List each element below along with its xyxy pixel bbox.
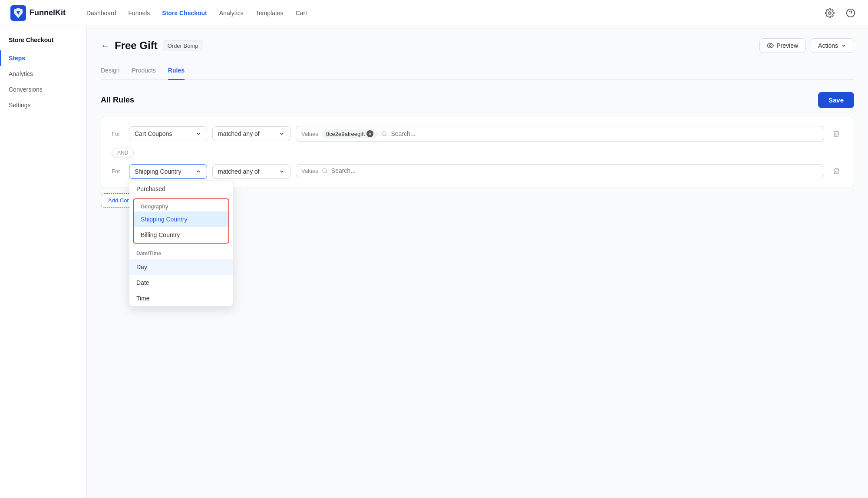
operator-select-2[interactable]: matched any of (212, 164, 290, 179)
settings-icon-button[interactable] (823, 6, 837, 20)
page-header-left: ← Free Gift Order Bump (101, 40, 203, 52)
trash-icon-2 (832, 167, 840, 175)
svg-point-1 (828, 12, 831, 14)
help-icon-button[interactable] (844, 6, 858, 20)
svg-point-4 (769, 45, 771, 46)
tab-rules[interactable]: Rules (168, 63, 185, 80)
geography-label: Geography (134, 199, 228, 211)
operator-value-2: matched any of (218, 168, 260, 175)
values-field-1[interactable]: Values 8ce2e9afreegift ✕ (296, 126, 824, 142)
values-label-1: Values (301, 131, 318, 137)
sidebar-item-conversions[interactable]: Conversions (0, 82, 86, 97)
nav-funnels[interactable]: Funnels (129, 10, 150, 16)
svg-line-6 (386, 135, 387, 136)
delete-rule-2[interactable] (829, 164, 843, 178)
dropdown-menu: Purchased Geography Shipping Country Bil… (129, 181, 233, 307)
and-badge: AND (112, 148, 134, 158)
for-label-2: For (112, 168, 124, 175)
tag-remove-1[interactable]: ✕ (366, 130, 373, 137)
logo-text: FunnelKit (30, 8, 66, 17)
page-header: ← Free Gift Order Bump Preview Actions (101, 38, 854, 53)
help-icon (846, 8, 855, 18)
nav-cart[interactable]: Cart (296, 10, 307, 16)
app-body: Store Checkout Steps Analytics Conversio… (0, 26, 868, 498)
tag-1: 8ce2e9afreegift ✕ (322, 129, 378, 139)
values-label-2: Values (301, 168, 318, 174)
tabs: Design Products Rules (101, 63, 854, 80)
rule-row-1: For Cart Coupons matched any of Values (112, 126, 843, 142)
dropdown-item-day[interactable]: Day (129, 259, 233, 275)
nav-dashboard[interactable]: Dashboard (86, 10, 116, 16)
dropdown-item-shipping-country[interactable]: Shipping Country (134, 211, 228, 227)
chevron-up-icon (195, 168, 201, 175)
top-nav: FunnelKit Dashboard Funnels Store Checko… (0, 0, 868, 26)
search-input-1[interactable] (391, 130, 818, 137)
rule-row-2: For Shipping Country Purchased (112, 164, 843, 179)
actions-label: Actions (818, 42, 838, 49)
dropdown-item-purchased[interactable]: Purchased (129, 181, 233, 197)
delete-rule-1[interactable] (829, 127, 843, 141)
nav-analytics[interactable]: Analytics (219, 10, 244, 16)
chevron-down-icon-2 (279, 131, 285, 137)
condition-value-1: Cart Coupons (135, 130, 172, 137)
tab-design[interactable]: Design (101, 63, 120, 80)
logo-icon (10, 5, 26, 21)
svg-point-7 (323, 168, 327, 172)
rule-card-1: For Cart Coupons matched any of Values (101, 117, 854, 188)
dropdown-scrollable: Day Date Time (129, 259, 233, 306)
tag-value-1: 8ce2e9afreegift (326, 131, 365, 137)
search-icon-1 (381, 131, 387, 137)
page-header-right: Preview Actions (759, 38, 854, 53)
for-label-1: For (112, 131, 124, 137)
condition-select-2[interactable]: Shipping Country (129, 164, 207, 179)
actions-button[interactable]: Actions (811, 38, 854, 53)
chevron-down-icon-1 (195, 131, 201, 137)
condition-select-1[interactable]: Cart Coupons (129, 126, 207, 141)
gear-icon (825, 8, 835, 18)
operator-select-1[interactable]: matched any of (212, 126, 290, 141)
sidebar: Store Checkout Steps Analytics Conversio… (0, 26, 87, 498)
sidebar-item-analytics[interactable]: Analytics (0, 66, 86, 82)
all-rules-title: All Rules (101, 96, 134, 105)
nav-links: Dashboard Funnels Store Checkout Analyti… (86, 10, 809, 16)
eye-icon (767, 42, 774, 49)
datetime-label: Date/Time (129, 245, 233, 259)
svg-line-8 (326, 172, 327, 173)
back-button[interactable]: ← (101, 41, 109, 51)
condition-value-2: Shipping Country (135, 168, 181, 175)
search-icon-2 (322, 168, 328, 174)
operator-value-1: matched any of (218, 130, 260, 137)
chevron-down-icon-3 (279, 168, 285, 175)
order-bump-badge: Order Bump (163, 40, 203, 51)
dropdown-item-date[interactable]: Date (129, 275, 233, 290)
nav-right (823, 6, 858, 20)
page-title: Free Gift (115, 40, 158, 52)
preview-label: Preview (776, 42, 798, 49)
logo: FunnelKit (10, 5, 66, 21)
dropdown-item-time[interactable]: Time (129, 290, 233, 306)
nav-templates[interactable]: Templates (256, 10, 284, 16)
search-input-2[interactable] (331, 167, 818, 174)
chevron-down-icon (841, 43, 847, 49)
preview-button[interactable]: Preview (759, 38, 805, 53)
sidebar-title: Store Checkout (0, 36, 86, 50)
section-header: All Rules Save (101, 92, 854, 108)
save-button[interactable]: Save (818, 92, 854, 108)
nav-store-checkout[interactable]: Store Checkout (162, 10, 207, 16)
dropdown-item-billing-country[interactable]: Billing Country (134, 227, 228, 243)
values-field-2[interactable]: Values (296, 164, 824, 177)
condition-dropdown-wrapper: Shipping Country Purchased Geography Shi… (129, 164, 207, 179)
geography-section: Geography Shipping Country Billing Count… (133, 198, 229, 244)
main-content: ← Free Gift Order Bump Preview Actions (87, 26, 868, 498)
sidebar-item-settings[interactable]: Settings (0, 97, 86, 113)
sidebar-item-steps[interactable]: Steps (0, 50, 86, 66)
trash-icon-1 (832, 130, 840, 138)
tab-products[interactable]: Products (132, 63, 156, 80)
svg-point-5 (382, 132, 386, 135)
